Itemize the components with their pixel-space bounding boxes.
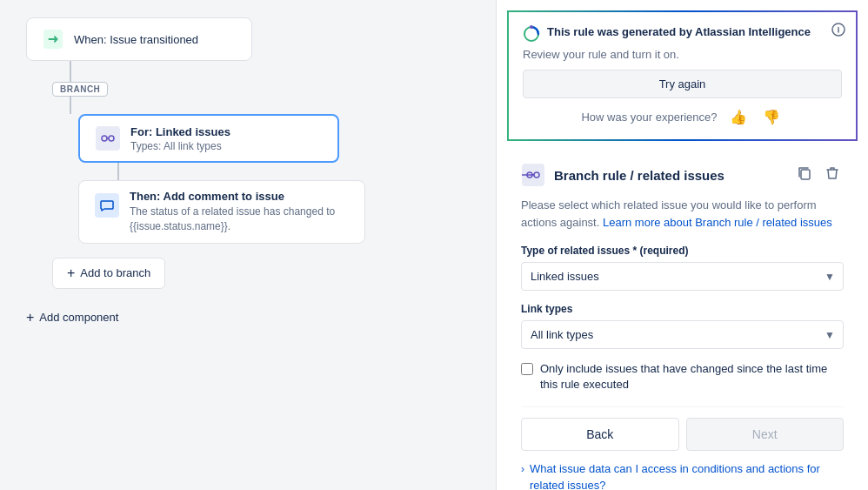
feedback-prompt: How was your experience? <box>581 111 717 124</box>
then-node-text: Then: Add comment to issue The status of… <box>130 190 351 234</box>
type-of-related-issues-group: Type of related issues * (required) Link… <box>521 245 844 291</box>
thumbs-up-button[interactable]: 👍 <box>726 107 751 127</box>
branch-rule-icon <box>521 163 545 187</box>
linked-issues-icon <box>94 124 122 152</box>
comment-icon <box>93 191 121 219</box>
feedback-row: How was your experience? 👍 👎 <box>523 107 842 127</box>
faq-chevron-icon: › <box>521 463 524 475</box>
panel-title: Branch rule / related issues <box>554 168 785 183</box>
then-node-title: Then: Add comment to issue <box>130 190 351 203</box>
type-select[interactable]: Linked issues <box>521 262 844 291</box>
delete-button[interactable] <box>821 162 844 188</box>
plus-icon: + <box>67 265 75 281</box>
type-label: Type of related issues * (required) <box>521 245 844 257</box>
for-node-subtitle: Types: All link types <box>130 140 230 152</box>
then-node-subtitle: The status of a related issue has change… <box>130 205 351 234</box>
link-types-group: Link types All link types ▼ <box>521 303 844 349</box>
link-types-label: Link types <box>521 303 844 315</box>
left-panel: When: Issue transitioned BRANCH For: Lin… <box>0 0 496 490</box>
ai-banner-description: Review your rule and turn it on. <box>523 48 842 61</box>
panel-header-actions <box>793 162 844 188</box>
thumbs-down-button[interactable]: 👎 <box>759 107 784 127</box>
faq-row[interactable]: › What issue data can I access in condit… <box>521 461 844 490</box>
try-again-button[interactable]: Try again <box>523 70 842 98</box>
right-panel: This rule was generated by Atlassian Int… <box>496 0 868 490</box>
transition-icon <box>41 27 65 51</box>
when-node-label: When: Issue transitioned <box>74 33 198 46</box>
link-types-select-wrapper: All link types ▼ <box>521 320 844 349</box>
learn-more-link[interactable]: Learn more about Branch rule / related i… <box>603 216 832 229</box>
copy-button[interactable] <box>793 162 816 188</box>
for-node[interactable]: For: Linked issues Types: All link types <box>78 114 339 163</box>
svg-rect-13 <box>801 170 810 179</box>
svg-point-7 <box>530 25 533 29</box>
checkbox-row: Only include issues that have changed si… <box>521 361 844 393</box>
then-node[interactable]: Then: Add comment to issue The status of… <box>78 180 365 244</box>
next-button[interactable]: Next <box>686 418 845 451</box>
branch-badge: BRANCH <box>52 82 108 97</box>
back-button[interactable]: Back <box>521 418 679 451</box>
info-icon-button[interactable] <box>831 23 845 39</box>
link-types-select[interactable]: All link types <box>521 320 844 349</box>
ai-banner-header: This rule was generated by Atlassian Int… <box>523 24 842 43</box>
nav-buttons: Back Next <box>521 406 844 451</box>
type-select-wrapper: Linked issues ▼ <box>521 262 844 291</box>
add-component-label: Add component <box>39 311 118 324</box>
ai-banner-title: This rule was generated by Atlassian Int… <box>547 24 811 40</box>
panel-header: Branch rule / related issues <box>521 162 844 188</box>
branch-rule-panel: Branch rule / related issues Please sele… <box>507 150 858 490</box>
panel-description: Please select which related issue you wo… <box>521 197 844 231</box>
ai-spinner-icon <box>523 25 540 43</box>
add-component-button[interactable]: + Add component <box>26 303 118 332</box>
indent-connector <box>117 163 119 180</box>
add-to-branch-button[interactable]: + Add to branch <box>52 258 165 289</box>
ai-banner: This rule was generated by Atlassian Int… <box>507 10 858 141</box>
connector-line <box>70 61 71 82</box>
for-node-title: For: Linked issues <box>130 125 230 138</box>
when-node[interactable]: When: Issue transitioned <box>26 17 252 61</box>
plus-icon-component: + <box>26 310 34 326</box>
faq-text: What issue data can I access in conditio… <box>530 461 844 490</box>
changed-since-checkbox[interactable] <box>521 363 533 375</box>
branch-inner-connector <box>70 97 71 114</box>
add-to-branch-label: Add to branch <box>80 266 150 279</box>
branch-label-container: BRANCH For: Linked issues Types: All lin… <box>52 82 365 244</box>
checkbox-label: Only include issues that have changed si… <box>540 361 844 393</box>
svg-rect-5 <box>95 193 119 218</box>
for-node-text: For: Linked issues Types: All link types <box>130 125 230 152</box>
